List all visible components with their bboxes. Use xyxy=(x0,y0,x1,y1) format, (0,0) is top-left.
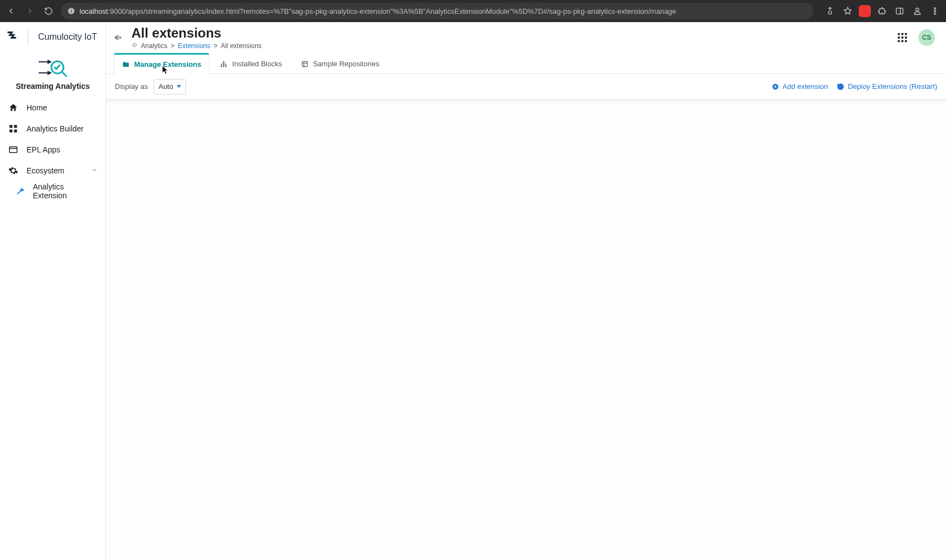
display-as-label: Display as xyxy=(115,82,148,91)
page-title: All extensions xyxy=(131,25,262,41)
svg-rect-22 xyxy=(119,36,119,40)
deploy-extensions-button[interactable]: Deploy Extensions (Restart) xyxy=(837,82,937,91)
brand-logo-icon xyxy=(6,29,20,45)
svg-rect-16 xyxy=(14,125,17,128)
streaming-analytics-icon xyxy=(35,56,71,78)
restart-icon xyxy=(837,83,844,91)
svg-rect-17 xyxy=(9,130,12,133)
svg-rect-40 xyxy=(901,40,903,43)
browser-toolbar: localhost:9000/apps/streaminganalytics/i… xyxy=(0,0,946,22)
svg-line-31 xyxy=(135,44,136,45)
user-avatar[interactable]: CS xyxy=(918,29,935,46)
sitemap-icon xyxy=(220,60,228,68)
nav-label: Home xyxy=(27,103,47,112)
caret-down-icon xyxy=(177,85,181,88)
svg-rect-41 xyxy=(905,40,907,43)
svg-rect-39 xyxy=(898,40,900,43)
site-info-icon[interactable] xyxy=(67,7,75,15)
nav-label: EPL Apps xyxy=(27,145,60,154)
svg-rect-3 xyxy=(896,8,903,14)
epl-apps-icon xyxy=(8,144,19,155)
svg-rect-37 xyxy=(901,36,903,39)
svg-point-7 xyxy=(934,10,936,12)
svg-rect-15 xyxy=(9,125,12,128)
svg-point-6 xyxy=(934,8,936,9)
display-as-value: Auto xyxy=(158,82,173,91)
sidebar: Cumulocity IoT Streaming Analytics xyxy=(0,22,106,560)
svg-rect-2 xyxy=(71,9,71,10)
svg-rect-21 xyxy=(117,35,117,40)
nav-analytics-builder[interactable]: Analytics Builder xyxy=(0,118,105,139)
brand-product-name: Cumulocity IoT xyxy=(38,32,97,42)
svg-rect-18 xyxy=(14,130,17,133)
tab-label: Installed Blocks xyxy=(232,60,282,68)
toolbar: Display as Auto Add extension xyxy=(106,74,946,99)
breadcrumb-link[interactable]: Extensions xyxy=(178,42,210,50)
url-text: localhost:9000/apps/streaminganalytics/i… xyxy=(80,7,676,15)
svg-line-30 xyxy=(133,45,134,47)
extension-badge-icon[interactable] xyxy=(859,5,871,17)
profile-icon[interactable] xyxy=(911,4,924,18)
svg-rect-42 xyxy=(223,61,224,62)
svg-marker-10 xyxy=(47,60,52,64)
breadcrumb-icon xyxy=(131,42,138,50)
svg-rect-23 xyxy=(120,36,121,39)
app-identity: Streaming Analytics xyxy=(0,52,105,97)
bookmark-star-icon[interactable] xyxy=(841,4,854,18)
breadcrumb-sep: > xyxy=(214,42,218,50)
tab-label: Manage Extensions xyxy=(134,60,201,68)
home-icon xyxy=(8,102,19,113)
svg-rect-35 xyxy=(905,33,907,35)
nav-home[interactable]: Home xyxy=(0,97,105,118)
nav-sub-label: Analytics Extension xyxy=(33,182,98,200)
tab-manage-extensions[interactable]: Manage Extensions xyxy=(114,53,209,74)
kebab-menu-icon[interactable] xyxy=(928,4,942,18)
svg-rect-36 xyxy=(898,36,900,39)
analytics-builder-icon xyxy=(8,123,19,134)
svg-rect-1 xyxy=(71,10,71,13)
main-area: All extensions Analytics > Extensions > … xyxy=(106,22,946,560)
nav-label: Analytics Builder xyxy=(27,124,84,133)
content-area xyxy=(106,99,946,560)
svg-rect-45 xyxy=(225,65,226,66)
back-button[interactable] xyxy=(4,4,18,18)
brand-area: Cumulocity IoT xyxy=(0,22,105,52)
display-as-select[interactable]: Auto xyxy=(154,79,186,94)
address-bar[interactable]: localhost:9000/apps/streaminganalytics/i… xyxy=(61,3,813,19)
svg-line-14 xyxy=(62,72,66,76)
svg-rect-33 xyxy=(898,33,900,35)
app-switcher-button[interactable] xyxy=(894,29,911,46)
extensions-puzzle-icon[interactable] xyxy=(875,4,889,18)
forward-button[interactable] xyxy=(23,4,36,18)
nav-analytics-extension[interactable]: Analytics Extension xyxy=(0,181,105,201)
svg-rect-43 xyxy=(221,65,222,66)
folder-icon xyxy=(122,61,130,68)
brand-divider xyxy=(28,29,28,45)
svg-point-8 xyxy=(934,13,936,14)
add-extension-label: Add extension xyxy=(783,82,828,91)
nav-ecosystem[interactable]: Ecosystem xyxy=(0,160,105,181)
svg-marker-24 xyxy=(114,36,116,39)
sidepanel-icon[interactable] xyxy=(893,4,906,18)
collapse-sidebar-button[interactable] xyxy=(110,30,126,45)
page-header: All extensions Analytics > Extensions > … xyxy=(106,22,946,53)
deploy-extensions-label: Deploy Extensions (Restart) xyxy=(848,82,937,91)
wrench-icon xyxy=(15,186,25,196)
nav-label: Ecosystem xyxy=(27,166,64,175)
chevron-up-icon xyxy=(91,166,98,175)
add-extension-button[interactable]: Add extension xyxy=(771,82,828,91)
breadcrumb-sep: > xyxy=(171,42,175,50)
tab-installed-blocks[interactable]: Installed Blocks xyxy=(212,53,290,74)
share-icon[interactable] xyxy=(823,4,837,18)
svg-rect-19 xyxy=(9,147,17,153)
tab-sample-repositories[interactable]: Sample Repositories xyxy=(293,53,388,74)
svg-rect-34 xyxy=(901,33,903,35)
reload-button[interactable] xyxy=(42,4,55,18)
tab-label: Sample Repositories xyxy=(313,60,379,68)
plus-circle-icon xyxy=(771,83,779,91)
nav-epl-apps[interactable]: EPL Apps xyxy=(0,139,105,160)
tab-bar: Manage Extensions Installed Blocks Sampl… xyxy=(106,53,946,74)
svg-point-5 xyxy=(916,8,918,11)
svg-rect-44 xyxy=(223,65,224,66)
app-identity-label: Streaming Analytics xyxy=(15,82,89,91)
